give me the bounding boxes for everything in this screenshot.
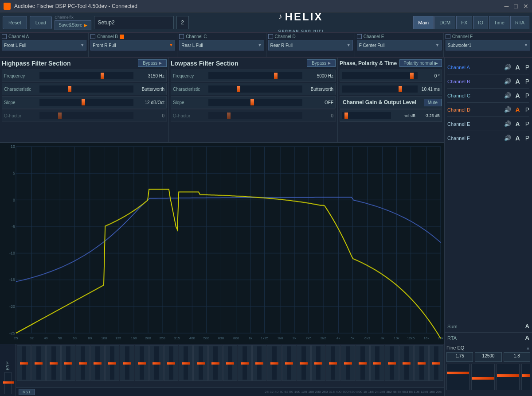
lp-freq-thumb[interactable]: [274, 73, 278, 79]
nav-main-tab[interactable]: Main: [413, 16, 434, 29]
sum-a[interactable]: A: [525, 323, 529, 330]
rta-a[interactable]: A: [525, 334, 529, 341]
hp-qfactor-slider[interactable]: [39, 112, 133, 119]
close-button[interactable]: ✕: [523, 3, 528, 10]
eq-band-track-4[interactable]: [81, 346, 85, 380]
eq-band-track-9[interactable]: [154, 346, 159, 380]
eq-band-track-11[interactable]: [184, 346, 188, 380]
highpass-bypass-button[interactable]: Bypass ▶: [138, 59, 167, 67]
hp-char-thumb[interactable]: [68, 86, 71, 92]
right-ch-p-3[interactable]: P: [525, 106, 529, 113]
fine-eq-slider-2[interactable]: [471, 364, 494, 390]
fine-eq-v-thumb[interactable]: [522, 374, 530, 377]
hp-freq-slider[interactable]: [39, 72, 133, 79]
right-ch-a-4[interactable]: A: [516, 120, 520, 128]
eq-band-track-7[interactable]: [125, 346, 129, 380]
hp-slope-thumb[interactable]: [82, 99, 85, 105]
eq-band-track-10[interactable]: [169, 346, 173, 380]
eq-band-thumb-26[interactable]: [403, 362, 411, 365]
hp-freq-thumb[interactable]: [101, 73, 104, 79]
phase-slider-thumb[interactable]: [410, 73, 414, 79]
mute-button[interactable]: Mute: [424, 99, 442, 106]
eq-band-thumb-1[interactable]: [35, 362, 43, 365]
eq-band-thumb-17[interactable]: [270, 362, 278, 365]
eq-band-track-28[interactable]: [434, 346, 438, 380]
fine-eq-val3[interactable]: 1.8: [504, 352, 530, 362]
byp-thumb[interactable]: [3, 381, 14, 384]
fine-eq-thumb-2[interactable]: [472, 377, 494, 380]
maximize-button[interactable]: □: [514, 3, 518, 10]
lp-char-slider[interactable]: [208, 85, 302, 93]
eq-band-thumb-28[interactable]: [432, 362, 440, 365]
eq-band-track-27[interactable]: [419, 346, 424, 380]
channel-f-checkbox[interactable]: [446, 34, 450, 39]
reset-button[interactable]: Reset: [3, 16, 27, 29]
right-ch-p-1[interactable]: P: [525, 78, 529, 85]
eq-band-thumb-24[interactable]: [373, 362, 381, 365]
eq-band-track-0[interactable]: [22, 346, 26, 380]
channel-c-checkbox[interactable]: [179, 34, 184, 39]
lowpass-bypass-button[interactable]: Bypass ▶: [307, 59, 336, 67]
channel-d-checkbox[interactable]: [268, 34, 273, 39]
channel-f-button[interactable]: Subwoofer1 ▼: [446, 40, 530, 50]
eq-band-thumb-4[interactable]: [79, 362, 87, 365]
fine-eq-slider-3[interactable]: [497, 364, 520, 390]
eq-band-track-21[interactable]: [331, 346, 335, 380]
channel-a-button[interactable]: Front L Full ▼: [2, 40, 86, 50]
right-ch-p-5[interactable]: P: [525, 135, 529, 142]
phase-slider[interactable]: [342, 72, 418, 79]
lp-slope-slider[interactable]: [208, 99, 302, 106]
eq-band-thumb-21[interactable]: [329, 362, 337, 365]
eq-band-thumb-27[interactable]: [418, 362, 426, 365]
eq-band-track-12[interactable]: [199, 346, 203, 380]
nav-fx-tab[interactable]: FX: [456, 16, 472, 29]
eq-band-track-18[interactable]: [287, 346, 291, 380]
lp-char-thumb[interactable]: [237, 86, 240, 92]
eq-band-thumb-16[interactable]: [255, 362, 263, 365]
eq-band-track-25[interactable]: [390, 346, 394, 380]
eq-band-track-16[interactable]: [257, 346, 262, 380]
fine-eq-v-slider[interactable]: [521, 364, 530, 390]
eq-band-thumb-12[interactable]: [197, 362, 205, 365]
byp-slider[interactable]: [4, 372, 12, 394]
eq-band-track-14[interactable]: [228, 346, 232, 380]
polarity-button[interactable]: Polarity normal ▶: [399, 59, 442, 67]
right-ch-p-4[interactable]: P: [525, 120, 529, 128]
eq-band-track-6[interactable]: [110, 346, 114, 380]
eq-band-track-23[interactable]: [360, 346, 365, 380]
right-ch-a-1[interactable]: A: [516, 78, 520, 85]
eq-band-track-22[interactable]: [346, 346, 350, 380]
channel-b-button[interactable]: Front R Full ▼: [90, 40, 175, 50]
eq-band-thumb-25[interactable]: [388, 362, 396, 365]
nav-io-tab[interactable]: IO: [473, 16, 488, 29]
right-ch-a-0[interactable]: A: [516, 64, 520, 71]
channel-c-button[interactable]: Rear L Full ▼: [179, 40, 264, 50]
eq-band-thumb-11[interactable]: [182, 362, 190, 365]
eq-band-track-24[interactable]: [375, 346, 379, 380]
rst-button[interactable]: RST: [19, 389, 35, 395]
save-store-button[interactable]: Save&Store ▶: [55, 20, 91, 30]
eq-band-track-5[interactable]: [95, 346, 100, 380]
eq-band-thumb-19[interactable]: [300, 362, 308, 365]
channel-d-button[interactable]: Rear R Full ▼: [268, 40, 353, 50]
right-ch-a-2[interactable]: A: [516, 92, 520, 99]
nav-rta-tab[interactable]: RTA: [510, 16, 529, 29]
channel-a-checkbox[interactable]: [2, 34, 7, 39]
lp-slope-thumb[interactable]: [250, 99, 254, 105]
eq-band-thumb-22[interactable]: [344, 362, 352, 365]
eq-band-track-26[interactable]: [404, 346, 409, 380]
eq-band-thumb-14[interactable]: [226, 362, 234, 365]
fine-eq-val1[interactable]: 1.75: [446, 352, 473, 362]
eq-band-track-17[interactable]: [272, 346, 277, 380]
right-ch-a-3[interactable]: A: [516, 106, 520, 113]
channel-e-checkbox[interactable]: [357, 34, 362, 39]
lp-freq-slider[interactable]: [208, 72, 302, 79]
channel-b-checkbox[interactable]: [90, 34, 95, 39]
eq-band-thumb-13[interactable]: [211, 362, 219, 365]
eq-band-thumb-2[interactable]: [50, 362, 58, 365]
eq-band-thumb-5[interactable]: [94, 362, 102, 365]
eq-band-thumb-3[interactable]: [64, 362, 72, 365]
eq-band-track-15[interactable]: [243, 346, 247, 380]
eq-band-thumb-9[interactable]: [153, 362, 160, 365]
gain-slider[interactable]: [342, 112, 391, 119]
